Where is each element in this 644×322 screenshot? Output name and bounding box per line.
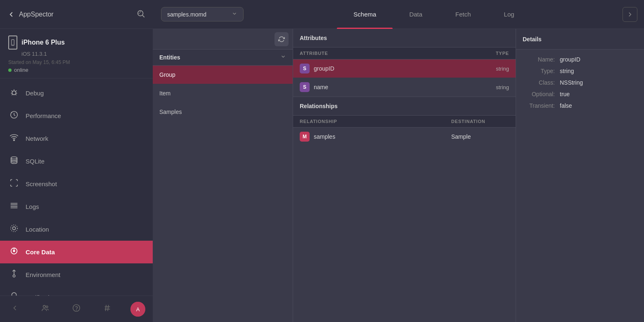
back-button[interactable]: AppSpector [7, 11, 54, 18]
sidebar-item-label: Debug [26, 90, 44, 97]
sidebar-item-logs[interactable]: Logs [0, 195, 153, 218]
tab-schema[interactable]: Schema [337, 0, 393, 29]
detail-label: Class: [523, 79, 560, 86]
device-started: Started on May 15, 6:45 PM [8, 59, 144, 65]
sidebar-item-location[interactable]: Location [0, 218, 153, 241]
top-bar: samples.momd Schema Data Fetch Log [153, 0, 644, 29]
environment-icon [9, 269, 19, 280]
attribute-row-groupid[interactable]: S groupID string [293, 59, 516, 78]
sidebar-bottom: A [0, 296, 153, 322]
detail-value: true [560, 91, 570, 97]
tabs: Schema Data Fetch Log [252, 0, 616, 29]
sidebar-item-screenshot[interactable]: Screenshot [0, 173, 153, 195]
attribute-name: name [314, 84, 468, 90]
sidebar-item-debug[interactable]: Debug [0, 82, 153, 104]
top-bar-right [616, 7, 644, 22]
destination-col-header: DESTINATION [451, 119, 509, 124]
hash-icon[interactable] [99, 300, 115, 318]
chevron-down-icon [232, 11, 237, 18]
entity-item-item[interactable]: Item [153, 84, 293, 103]
entities-toolbar [153, 29, 293, 50]
attributes-table-header: ATTRIBUTE TYPE [293, 47, 516, 59]
entity-item-samples[interactable]: Samples [153, 103, 293, 121]
attributes-panel: Attributes ATTRIBUTE TYPE S groupID stri… [293, 29, 516, 322]
main-content: samples.momd Schema Data Fetch Log [153, 0, 644, 322]
attributes-section-title: Attributes [293, 29, 516, 47]
detail-label: Transient: [523, 102, 560, 109]
online-dot [8, 69, 12, 72]
entities-panel: Entities Group Item Samples [153, 29, 293, 322]
entities-header-label: Entities [159, 54, 280, 61]
type-col-header: TYPE [468, 51, 509, 56]
notification-icon [9, 292, 19, 296]
attribute-badge-s: S [300, 82, 310, 92]
device-name-row: iPhone 6 Plus [8, 36, 144, 50]
tab-data[interactable]: Data [393, 0, 439, 29]
svg-point-19 [13, 275, 15, 277]
device-icon [8, 36, 17, 50]
relationship-row-samples[interactable]: M samples Sample [293, 128, 516, 146]
sidebar-item-coredata[interactable]: Core Data [0, 241, 153, 263]
detail-value: false [560, 102, 572, 109]
detail-value: string [560, 68, 574, 74]
device-info: iPhone 6 Plus iOS 11.3.1 Started on May … [0, 29, 153, 78]
sidebar-item-label: Core Data [26, 249, 55, 256]
detail-row-class: Class: NSString [523, 79, 637, 86]
detail-value: groupID [560, 56, 580, 63]
attribute-type: string [468, 66, 509, 72]
relationship-badge-m: M [300, 132, 310, 142]
expand-button[interactable] [623, 7, 637, 22]
device-name: iPhone 6 Plus [21, 39, 65, 46]
attribute-badge-s: S [300, 64, 310, 73]
sidebar-item-label: Performance [26, 112, 61, 119]
attribute-col-header: ATTRIBUTE [300, 51, 468, 56]
sidebar-item-network[interactable]: Network [0, 127, 153, 150]
relationships-table-header: RELATIONSHIP DESTINATION [293, 116, 516, 128]
nav-items: Debug Performance Network [0, 78, 153, 296]
sidebar-item-label: Location [26, 226, 49, 233]
avatar[interactable]: A [130, 302, 145, 317]
device-online-status: online [8, 67, 144, 73]
relationship-col-header: RELATIONSHIP [300, 119, 451, 124]
detail-label: Name: [523, 56, 560, 63]
sidebar-item-notification[interactable]: Notification Center [0, 286, 153, 296]
tab-fetch[interactable]: Fetch [439, 0, 488, 29]
help-icon[interactable] [69, 300, 84, 318]
db-selector[interactable]: samples.momd [161, 7, 244, 21]
relationships-section-title: Relationships [293, 97, 516, 116]
attribute-row-name[interactable]: S name string [293, 78, 516, 97]
app-title: AppSpector [19, 11, 54, 18]
sidebar-item-label: Screenshot [26, 180, 57, 187]
svg-line-1 [142, 15, 144, 17]
sidebar-item-environment[interactable]: Environment [0, 263, 153, 286]
sidebar-item-label: Network [26, 135, 48, 142]
attribute-name: groupID [314, 65, 468, 72]
svg-line-30 [108, 305, 109, 311]
svg-point-6 [12, 91, 16, 95]
relationship-name: samples [314, 133, 451, 140]
svg-point-5 [12, 44, 13, 45]
details-content: Name: groupID Type: string Class: NSStri… [516, 50, 644, 121]
svg-line-29 [105, 305, 106, 311]
entity-item-group[interactable]: Group [153, 66, 293, 84]
svg-point-15 [11, 225, 18, 232]
detail-label: Optional: [523, 91, 560, 97]
logs-icon [9, 201, 19, 212]
detail-row-transient: Transient: false [523, 102, 637, 109]
details-title: Details [516, 29, 644, 50]
device-os: iOS 11.3.1 [8, 51, 144, 57]
sidebar-item-sqlite[interactable]: SQLite [0, 150, 153, 173]
collapse-icon[interactable] [7, 301, 22, 317]
attribute-type: string [468, 84, 509, 90]
users-icon[interactable] [38, 300, 53, 318]
network-icon [9, 133, 19, 144]
search-icon[interactable] [136, 9, 145, 20]
svg-point-26 [76, 310, 77, 310]
refresh-button[interactable] [275, 32, 289, 46]
detail-row-type: Type: string [523, 68, 637, 74]
svg-point-9 [11, 157, 17, 159]
relationship-destination: Sample [451, 133, 509, 140]
tab-log[interactable]: Log [488, 0, 531, 29]
performance-icon [9, 110, 19, 121]
sidebar-item-performance[interactable]: Performance [0, 104, 153, 127]
